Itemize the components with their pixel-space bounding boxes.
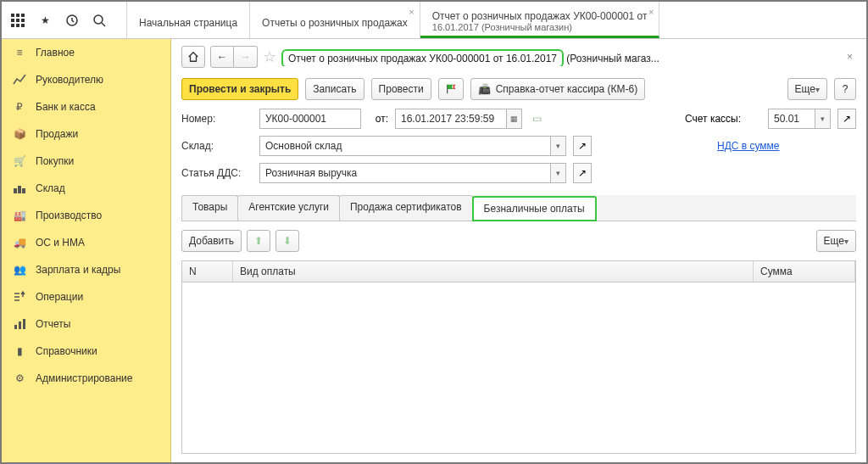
sidebar-item-assets[interactable]: 🚚ОС и НМА <box>2 229 170 256</box>
post-close-button[interactable]: Провести и закрыть <box>181 78 298 100</box>
more-button[interactable]: Еще <box>787 78 827 100</box>
forward-button[interactable]: → <box>234 46 258 68</box>
number-input[interactable]: УК00-000001 <box>259 109 361 129</box>
chevron-down-icon[interactable]: ▾ <box>815 109 830 128</box>
svg-rect-5 <box>21 19 25 22</box>
favorite-icon[interactable]: ☆ <box>263 48 276 66</box>
open-dds-button[interactable]: ↗ <box>573 163 592 183</box>
sub-toolbar: Добавить ⬆ ⬇ Еще <box>181 221 856 260</box>
home-button[interactable] <box>181 46 205 68</box>
sidebar-item-admin[interactable]: ⚙Администрирование <box>2 365 170 392</box>
apps-icon[interactable] <box>10 13 25 28</box>
toolbar: Провести и закрыть Записать Провести 📠Сп… <box>181 78 856 100</box>
sidebar-item-sales[interactable]: 📦Продажи <box>2 120 170 148</box>
chevron-down-icon[interactable]: ▾ <box>550 164 565 182</box>
tab-goods[interactable]: Товары <box>181 195 238 221</box>
dds-value: Розничная выручка <box>265 167 550 179</box>
sidebar-item-purchases[interactable]: 🛒Покупки <box>2 148 170 175</box>
dds-input[interactable]: Розничная выручка▾ <box>259 163 566 183</box>
tabstrip: Товары Агентские услуги Продажа сертифик… <box>181 195 856 221</box>
report-button[interactable]: 📠Справка-отчет кассира (КМ-6) <box>470 78 646 100</box>
add-button[interactable]: Добавить <box>181 230 242 252</box>
svg-rect-14 <box>14 325 17 329</box>
sidebar-item-label: Руководителю <box>36 74 103 86</box>
warehouse-label: Склад: <box>181 140 253 152</box>
people-icon: 👥 <box>12 262 27 277</box>
close-icon[interactable]: × <box>648 7 654 17</box>
svg-rect-2 <box>21 14 25 17</box>
tab-reports[interactable]: Отчеты о розничных продажах × <box>250 2 420 38</box>
bars-icon <box>12 316 27 332</box>
svg-rect-13 <box>22 188 25 193</box>
sidebar-item-bank[interactable]: ₽Банк и касса <box>2 93 170 120</box>
move-up-button[interactable]: ⬆ <box>247 230 270 252</box>
number-value: УК00-000001 <box>265 113 326 125</box>
sidebar-item-warehouse[interactable]: Склад <box>2 175 170 202</box>
gear-icon: ⚙ <box>12 371 27 386</box>
svg-rect-3 <box>11 19 14 22</box>
sidebar-item-manager[interactable]: Руководителю <box>2 66 170 93</box>
svg-rect-15 <box>19 321 21 329</box>
tab-label: Отчеты о розничных продажах <box>262 17 408 29</box>
sidebar-item-label: Банк и касса <box>36 101 96 113</box>
status-indicator-icon: ▭ <box>529 113 544 125</box>
back-button[interactable]: ← <box>210 46 234 68</box>
status-button[interactable] <box>438 78 464 100</box>
warehouse-input[interactable]: Основной склад▾ <box>259 136 566 156</box>
move-down-button[interactable]: ⬇ <box>275 230 299 252</box>
table-more-button[interactable]: Еще <box>816 230 856 252</box>
chevron-down-icon[interactable]: ▾ <box>550 137 565 155</box>
dds-label: Статья ДДС: <box>181 167 253 179</box>
warehouse-icon <box>12 181 27 196</box>
sidebar-item-label: Зарплата и кадры <box>36 264 120 276</box>
sidebar-item-label: Справочники <box>36 345 97 357</box>
vat-link[interactable]: НДС в сумме <box>717 140 856 152</box>
sidebar-item-label: Склад <box>36 182 65 194</box>
row-warehouse: Склад: Основной склад▾ ↗ НДС в сумме <box>181 136 856 156</box>
sidebar-item-operations[interactable]: Операции <box>2 283 170 310</box>
tab-current-report[interactable]: Отчет о розничных продажах УК00-000001 о… <box>420 2 660 38</box>
tab-home[interactable]: Начальная страница <box>127 2 250 38</box>
open-warehouse-button[interactable]: ↗ <box>573 136 592 156</box>
sidebar-item-catalogs[interactable]: ▮Справочники <box>2 338 170 365</box>
tab-cashless[interactable]: Безналичные оплаты <box>472 196 597 221</box>
col-type[interactable]: Вид оплаты <box>233 261 754 282</box>
close-icon[interactable]: × <box>409 7 414 17</box>
post-button[interactable]: Провести <box>371 78 431 100</box>
page-title-highlight: Отчет о розничных продажах УК00-000001 о… <box>281 49 564 66</box>
tab-label: Начальная страница <box>139 17 237 29</box>
operations-icon <box>12 289 27 305</box>
sidebar-item-label: Администрирование <box>36 372 132 384</box>
sidebar-item-label: ОС и НМА <box>36 237 85 249</box>
ruble-icon: ₽ <box>12 99 27 115</box>
title-row: ← → ☆ Отчет о розничных продажах УК00-00… <box>181 46 856 68</box>
sidebar-item-main[interactable]: ≡Главное <box>2 39 170 66</box>
cart-icon: 🛒 <box>12 154 27 169</box>
star-icon[interactable]: ★ <box>37 13 53 28</box>
sidebar-item-reports[interactable]: Отчеты <box>2 310 170 338</box>
svg-rect-11 <box>14 188 17 193</box>
close-icon[interactable]: × <box>843 51 856 63</box>
sidebar: ≡Главное Руководителю ₽Банк и касса 📦Про… <box>2 39 171 462</box>
open-account-button[interactable]: ↗ <box>837 109 856 129</box>
top-bar: ★ Начальная страница Отчеты о розничных … <box>2 2 866 39</box>
sidebar-item-production[interactable]: 🏭Производство <box>2 202 170 229</box>
content-area: ← → ☆ Отчет о розничных продажах УК00-00… <box>171 39 866 462</box>
tab-cert[interactable]: Продажа сертификатов <box>339 195 473 221</box>
account-input[interactable]: 50.01▾ <box>768 109 831 129</box>
col-n[interactable]: N <box>182 261 233 282</box>
book-icon: ▮ <box>12 344 27 359</box>
tab-agent[interactable]: Агентские услуги <box>237 195 340 221</box>
date-input[interactable]: 16.01.2017 23:59:59▦ <box>395 109 522 129</box>
sidebar-item-label: Производство <box>36 210 102 221</box>
help-button[interactable]: ? <box>834 78 856 100</box>
calendar-icon[interactable]: ▦ <box>506 109 521 128</box>
number-label: Номер: <box>181 113 253 125</box>
sidebar-item-hr[interactable]: 👥Зарплата и кадры <box>2 256 170 283</box>
row-number: Номер: УК00-000001 от: 16.01.2017 23:59:… <box>181 109 856 129</box>
save-button[interactable]: Записать <box>305 78 364 100</box>
history-icon[interactable] <box>64 13 80 28</box>
search-icon[interactable] <box>92 13 107 28</box>
col-sum[interactable]: Сумма <box>754 261 855 282</box>
row-dds: Статья ДДС: Розничная выручка▾ ↗ <box>181 163 856 183</box>
